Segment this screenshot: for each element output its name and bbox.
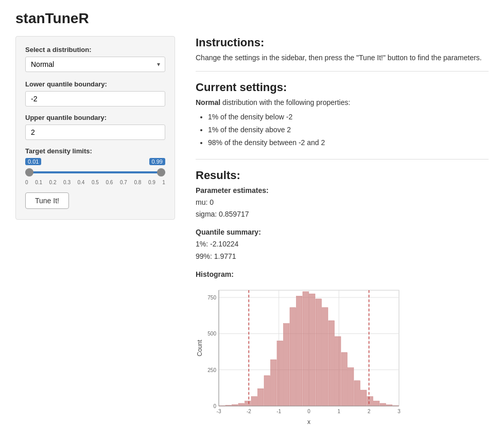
q1-value: 1%: -2.10224 xyxy=(196,238,489,251)
svg-rect-32 xyxy=(277,341,283,406)
svg-rect-27 xyxy=(245,401,251,406)
histogram-container: 0250500750-3-2-10123xCount xyxy=(196,282,407,428)
histogram-svg: 0250500750-3-2-10123xCount xyxy=(196,282,407,427)
quantile-summary-label: Quantile summary: xyxy=(196,228,489,236)
svg-rect-40 xyxy=(328,321,335,406)
upper-quantile-label: Upper quantile boundary: xyxy=(25,114,165,121)
divider-1 xyxy=(196,71,489,72)
svg-rect-26 xyxy=(238,403,245,406)
settings-list: 1% of the density below -2 1% of the den… xyxy=(196,111,489,150)
settings-item-1: 1% of the density below -2 xyxy=(208,111,489,123)
divider-2 xyxy=(196,159,489,160)
svg-text:0: 0 xyxy=(307,409,310,414)
slider-thumb-left[interactable] xyxy=(25,168,33,176)
svg-rect-46 xyxy=(367,396,373,405)
svg-rect-33 xyxy=(284,323,290,405)
svg-rect-44 xyxy=(354,381,360,406)
svg-rect-42 xyxy=(341,352,347,406)
svg-rect-39 xyxy=(322,308,328,406)
settings-item-3: 98% of the density between -2 and 2 xyxy=(208,136,489,149)
svg-text:500: 500 xyxy=(207,331,216,337)
main-content: Instructions: Change the settings in the… xyxy=(196,36,489,428)
svg-text:-1: -1 xyxy=(276,409,281,414)
quantile-values: 1%: -2.10224 99%: 1.9771 xyxy=(196,238,489,263)
lower-quantile-input[interactable] xyxy=(25,91,165,107)
sigma-value: sigma: 0.859717 xyxy=(196,208,489,221)
svg-text:250: 250 xyxy=(207,367,216,373)
q99-value: 99%: 1.9771 xyxy=(196,251,489,263)
density-limits-label: Target density limits: xyxy=(25,147,165,155)
svg-rect-35 xyxy=(297,296,303,406)
svg-text:750: 750 xyxy=(207,295,216,300)
svg-rect-28 xyxy=(251,396,257,405)
svg-text:3: 3 xyxy=(397,409,401,414)
results-heading: Results: xyxy=(196,169,489,182)
svg-text:2: 2 xyxy=(368,409,371,414)
lower-quantile-label: Lower quantile boundary: xyxy=(25,80,165,88)
svg-rect-48 xyxy=(380,403,386,406)
sidebar: Select a distribution: Normal Log-Normal… xyxy=(15,36,175,220)
current-settings-heading: Current settings: xyxy=(196,81,489,94)
svg-rect-38 xyxy=(316,299,322,406)
svg-rect-36 xyxy=(303,292,309,406)
svg-text:1: 1 xyxy=(338,409,341,414)
svg-rect-31 xyxy=(271,360,277,406)
distribution-select[interactable]: Normal Log-Normal Gamma Beta xyxy=(25,57,165,72)
results-section: Results: Parameter estimates: mu: 0 sigm… xyxy=(196,169,489,428)
slider-ticks: 0 0.1 0.2 0.3 0.4 0.5 0.6 0.7 0.8 0.9 1 xyxy=(25,180,165,185)
density-high-badge: 0.99 xyxy=(149,158,165,165)
histogram-label: Histogram: xyxy=(196,270,489,278)
app-title: stanTuneR xyxy=(15,10,489,27)
slider-thumb-right[interactable] xyxy=(157,168,165,176)
tune-button[interactable]: Tune It! xyxy=(25,192,69,209)
slider-track-wrapper[interactable] xyxy=(25,167,165,178)
instructions-heading: Instructions: xyxy=(196,36,489,49)
svg-rect-29 xyxy=(258,388,264,406)
density-low-badge: 0.01 xyxy=(25,158,41,165)
settings-item-2: 1% of the density above 2 xyxy=(208,123,489,136)
svg-rect-45 xyxy=(361,390,367,406)
svg-text:0: 0 xyxy=(213,403,216,409)
current-distribution-bold: Normal xyxy=(196,98,220,107)
svg-rect-47 xyxy=(374,401,380,406)
svg-rect-30 xyxy=(264,376,270,406)
distribution-label: Select a distribution: xyxy=(25,46,165,54)
svg-rect-41 xyxy=(335,337,341,406)
distribution-select-wrapper: Normal Log-Normal Gamma Beta ▾ xyxy=(25,57,165,72)
svg-rect-43 xyxy=(348,367,354,406)
slider-track xyxy=(25,171,165,173)
svg-text:-2: -2 xyxy=(247,409,251,414)
param-values: mu: 0 sigma: 0.859717 xyxy=(196,197,489,221)
mu-value: mu: 0 xyxy=(196,197,489,209)
param-estimates-label: Parameter estimates: xyxy=(196,186,489,195)
svg-rect-37 xyxy=(309,294,316,406)
upper-quantile-input[interactable] xyxy=(25,125,165,140)
current-settings-suffix: distribution with the following properti… xyxy=(220,98,350,107)
svg-text:x: x xyxy=(307,418,310,426)
current-settings-description: Normal distribution with the following p… xyxy=(196,98,489,107)
svg-text:-3: -3 xyxy=(217,409,221,414)
svg-rect-34 xyxy=(290,308,296,406)
density-limits-section: Target density limits: 0.01 0.99 0 0.1 0… xyxy=(25,147,165,185)
instructions-text: Change the settings in the sidebar, then… xyxy=(196,54,489,62)
svg-text:Count: Count xyxy=(196,340,203,357)
